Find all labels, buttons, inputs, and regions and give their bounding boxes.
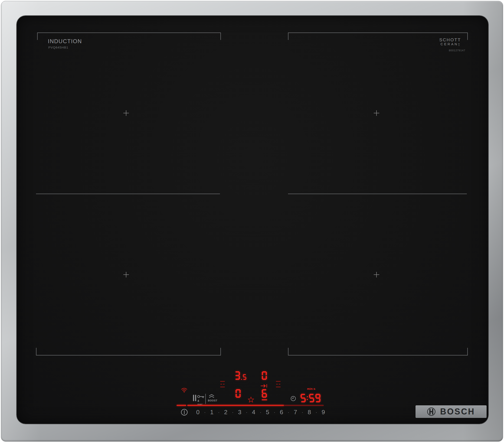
- timer-key[interactable]: [290, 396, 296, 402]
- zone-marking-right-midline: [288, 194, 467, 194]
- favorite-key[interactable]: [248, 397, 254, 404]
- bosch-logo-icon: [427, 407, 436, 417]
- zone-rear-left-power-display[interactable]: [235, 371, 248, 380]
- star-icon: [248, 400, 254, 404]
- child-lock-key[interactable]: 4 sec: [197, 394, 204, 400]
- wifi-icon: [181, 387, 187, 394]
- manufacturer-badge: BOSCH: [415, 405, 486, 418]
- zone-front-left-power-display[interactable]: [235, 389, 242, 398]
- zone-center-cross-front-left: [123, 272, 129, 277]
- slider-line-power-segment: [177, 405, 186, 406]
- power-level-slider[interactable]: 0·1·2·3·4·5·6·7·8·9: [195, 408, 326, 416]
- flex-zone-right-icon: [276, 381, 281, 389]
- panel-divider: [205, 394, 206, 404]
- surface-type-label: INDUCTION: [48, 38, 82, 45]
- level-separator-dot: ·: [201, 408, 209, 416]
- level-separator-dot: ·: [242, 408, 251, 416]
- level-separator-dot: ·: [215, 408, 223, 416]
- timer-display: [301, 394, 322, 402]
- level-separator-dot: ·: [256, 408, 265, 416]
- induction-cooktop: INDUCTION PVQ645HB1 SCHOTT CERAN® 800127…: [0, 0, 504, 443]
- zone-marking-front-right-bracket: [288, 348, 468, 355]
- zone-center-cross-front-right: [374, 272, 379, 277]
- zone-marking-left-midline: [36, 194, 220, 194]
- registered-mark: ®: [458, 43, 460, 46]
- zone-marking-front-left-bracket: [36, 348, 221, 355]
- glass-maker-logo: SCHOTT CERAN®: [438, 38, 462, 46]
- zone-front-right-power-display[interactable]: [262, 389, 268, 398]
- slider-line-inactive: [284, 405, 324, 406]
- key-icon: [197, 395, 204, 399]
- slider-level-5[interactable]: 5: [265, 408, 270, 416]
- pause-icon: [193, 398, 196, 402]
- slider-level-8[interactable]: 8: [306, 408, 312, 416]
- glass-maker-line2: CERAN®: [438, 42, 462, 46]
- pause-key[interactable]: [193, 395, 196, 402]
- manufacturer-name: BOSCH: [440, 407, 475, 416]
- level-separator-dot: ·: [312, 408, 321, 416]
- zone-center-cross-rear-left: [123, 110, 129, 116]
- zone-rear-right-power-display[interactable]: [262, 371, 268, 380]
- slider-level-3[interactable]: 3: [237, 408, 242, 416]
- level-separator-dot: ·: [284, 408, 293, 416]
- power-button[interactable]: [181, 409, 188, 417]
- slider-level-4[interactable]: 4: [251, 408, 256, 416]
- chevrons-up-icon: [209, 395, 215, 399]
- boost-key[interactable]: BOOST: [209, 394, 215, 399]
- flex-zone-left-icon: [220, 381, 225, 389]
- timer-unit-label: min:s: [307, 387, 315, 390]
- slider-level-7[interactable]: 7: [293, 408, 298, 416]
- zone-center-cross-rear-right: [374, 110, 379, 116]
- model-number-label: PVQ645HB1: [48, 46, 68, 49]
- zone-selected-underline: [262, 399, 267, 400]
- slider-line-active: [187, 405, 284, 406]
- print-number-label: 8001279147: [446, 49, 469, 52]
- slider-level-0[interactable]: 0: [195, 408, 201, 416]
- slider-level-9[interactable]: 9: [321, 408, 326, 416]
- slider-level-1[interactable]: 1: [209, 408, 215, 416]
- power-icon: [181, 413, 188, 417]
- level-separator-dot: ·: [229, 408, 237, 416]
- slider-level-6[interactable]: 6: [279, 408, 284, 416]
- level-separator-dot: ·: [270, 408, 279, 416]
- slider-level-2[interactable]: 2: [223, 408, 229, 416]
- level-separator-dot: ·: [298, 408, 306, 416]
- arrow-to-bar-icon: [261, 384, 268, 389]
- clock-icon: [290, 398, 296, 402]
- boost-label: BOOST: [208, 399, 217, 402]
- glass-maker-line1: SCHOTT: [438, 38, 462, 42]
